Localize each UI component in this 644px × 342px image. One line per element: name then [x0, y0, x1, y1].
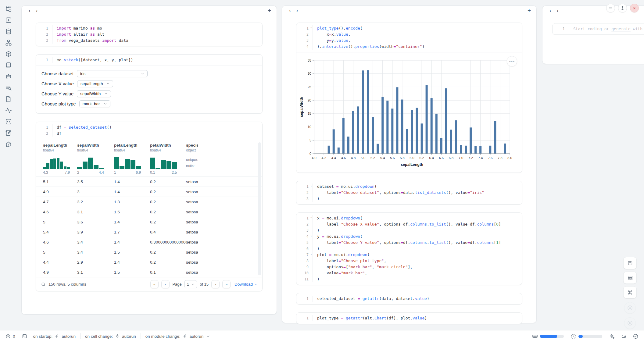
chart-menu-button[interactable]: •••: [507, 56, 517, 66]
code-editor[interactable]: 1selected_dataset = getattr(data, datase…: [296, 293, 522, 304]
fold-chevron-icon[interactable]: ⌄: [310, 24, 312, 30]
fold-chevron-icon[interactable]: ⌄: [310, 232, 312, 238]
fold-chevron-icon[interactable]: ⌄: [310, 214, 312, 220]
dataset-select[interactable]: iris: [77, 70, 148, 77]
code-editor[interactable]: 1df = selected_dataset()2df: [36, 122, 262, 139]
code-editor[interactable]: 1plot_type = getattr(alt.Chart(df), plot…: [296, 313, 522, 324]
column-histogram[interactable]: [150, 155, 177, 169]
column-back-button[interactable]: ‹: [26, 8, 33, 13]
y-value-select[interactable]: sepalWidth: [77, 90, 111, 97]
table-row[interactable]: 4.73.21.30.2setosa: [36, 197, 262, 207]
search-icon[interactable]: [41, 282, 46, 287]
svg-text:5: 5: [309, 138, 311, 142]
table-cell: 3.1: [77, 270, 114, 275]
column-forward-button[interactable]: ›: [294, 8, 301, 13]
page-select[interactable]: 1: [184, 280, 197, 288]
settings-button[interactable]: [618, 4, 627, 12]
scratchpad-icon[interactable]: [5, 130, 12, 136]
copilot-icon[interactable]: [621, 333, 627, 339]
layout-select-button[interactable]: [623, 272, 637, 284]
code-editor[interactable]: 1mo.vstack([dataset, x, y, plot]): [36, 55, 262, 66]
table-row[interactable]: 4.63.41.40.30000000000000004setosa: [36, 237, 262, 247]
help-icon[interactable]: [5, 141, 12, 148]
first-page-button[interactable]: «: [150, 280, 159, 288]
table-row[interactable]: 53.61.40.2setosa: [36, 217, 262, 227]
ai-sparkles-icon[interactable]: [609, 333, 615, 339]
svg-text:4.4: 4.4: [331, 156, 336, 160]
column-back-button[interactable]: ‹: [286, 8, 294, 13]
table-row[interactable]: 4.93.11.50.1setosa: [36, 267, 262, 277]
tracing-icon[interactable]: [5, 107, 12, 114]
packages-icon[interactable]: [5, 51, 12, 57]
run-mode-0[interactable]: on startup:autorun: [33, 334, 76, 339]
table-cell: 3.1: [77, 210, 114, 214]
column-header[interactable]: petalWidthfloat640.12.5: [150, 143, 186, 175]
connection-status-icon[interactable]: [633, 333, 639, 339]
svg-text:6.2: 6.2: [419, 156, 424, 160]
code-line: 1⌄dataset = mo.ui.dropdown(: [296, 183, 522, 190]
logs-icon[interactable]: [5, 62, 12, 69]
x-value-select[interactable]: sepalLength: [77, 80, 113, 87]
column-histogram[interactable]: [43, 155, 70, 169]
column-back-button[interactable]: ‹: [547, 8, 554, 13]
stop-kernel-button[interactable]: [624, 302, 636, 314]
svg-text:10: 10: [308, 125, 311, 129]
column-header[interactable]: sepalLengthfloat644.37.9: [43, 143, 77, 175]
dependency-graph-icon[interactable]: [5, 39, 12, 46]
table-cell: 0.4: [150, 230, 186, 234]
fold-chevron-icon[interactable]: ⌄: [310, 182, 312, 188]
table-row[interactable]: 4.42.91.40.2setosa: [36, 257, 262, 267]
code-editor[interactable]: 1Start coding or generate with AI: [553, 23, 644, 34]
next-page-button[interactable]: ›: [211, 280, 220, 288]
run-mode-2[interactable]: on module change:autorun: [145, 334, 210, 339]
last-page-button[interactable]: »: [222, 280, 231, 288]
variables-icon[interactable]: [5, 17, 12, 23]
documentation-icon[interactable]: [5, 96, 12, 102]
table-row[interactable]: 53.41.50.2setosa: [36, 247, 262, 257]
terminal-icon[interactable]: [22, 334, 27, 339]
ai-chat-icon[interactable]: [5, 73, 12, 80]
error-counter[interactable]: 0: [5, 334, 15, 339]
code-text: x = mo.ui.dropdown(: [313, 215, 367, 221]
snippets-icon[interactable]: [5, 118, 12, 125]
fold-chevron-icon[interactable]: ⌄: [310, 251, 312, 257]
code-editor[interactable]: 1import marimo as mo2import altair as al…: [36, 23, 262, 46]
run-mode-1[interactable]: on cell change:autorun: [85, 334, 136, 339]
plot-type-select[interactable]: mark_bar: [79, 100, 110, 107]
code-text: y=y.value,: [313, 37, 355, 44]
table-scrollbar[interactable]: [258, 142, 261, 275]
notebook-menu-button[interactable]: [606, 4, 615, 12]
add-cell-button[interactable]: +: [267, 8, 272, 13]
search-icon[interactable]: [5, 84, 12, 91]
download-button[interactable]: Download: [234, 282, 257, 287]
prev-page-button[interactable]: ‹: [161, 280, 170, 288]
data-sources-icon[interactable]: [5, 28, 12, 35]
code-editor[interactable]: 1⌄plot_type().encode(2 x=x.value,3 y=y.v…: [296, 23, 522, 52]
column-header[interactable]: petalLengthfloat6416.9: [114, 143, 150, 175]
code-editor[interactable]: 1⌄x = mo.ui.dropdown(2 label="Choose X v…: [296, 213, 522, 285]
chevron-down-icon: [206, 334, 210, 338]
altair-bar-chart[interactable]: 4.04.24.44.64.85.05.25.45.65.86.06.26.46…: [299, 55, 520, 171]
shutdown-button[interactable]: [630, 4, 639, 12]
code-line: 11): [296, 276, 522, 282]
column-histogram[interactable]: [114, 155, 141, 169]
column-forward-button[interactable]: ›: [33, 8, 41, 13]
svg-text:8.0: 8.0: [507, 156, 512, 160]
column-header[interactable]: speciesobjectunique:nulls:: [186, 143, 198, 175]
add-cell-button[interactable]: +: [526, 8, 532, 13]
run-all-button[interactable]: [624, 317, 636, 329]
table-row[interactable]: 4.63.11.50.2setosa: [36, 207, 262, 217]
column-header[interactable]: sepalWidthfloat6424.4: [77, 143, 114, 175]
table-row[interactable]: 5.13.51.40.2setosa: [36, 176, 262, 187]
column-histogram[interactable]: [77, 155, 104, 169]
command-palette-button[interactable]: [623, 286, 637, 298]
close-icon: [632, 6, 637, 10]
column-forward-button[interactable]: ›: [554, 8, 561, 13]
file-explorer-icon[interactable]: [5, 5, 12, 12]
table-row[interactable]: 5.43.91.70.4setosa: [36, 227, 262, 237]
code-cell-empty: 1Start coding or generate with AI: [552, 23, 644, 35]
save-button[interactable]: [623, 257, 637, 269]
svg-text:6.8: 6.8: [449, 156, 453, 160]
table-row[interactable]: 4.931.40.2setosa: [36, 187, 262, 197]
code-editor[interactable]: 1⌄dataset = mo.ui.dropdown(2 label="Choo…: [296, 181, 522, 204]
